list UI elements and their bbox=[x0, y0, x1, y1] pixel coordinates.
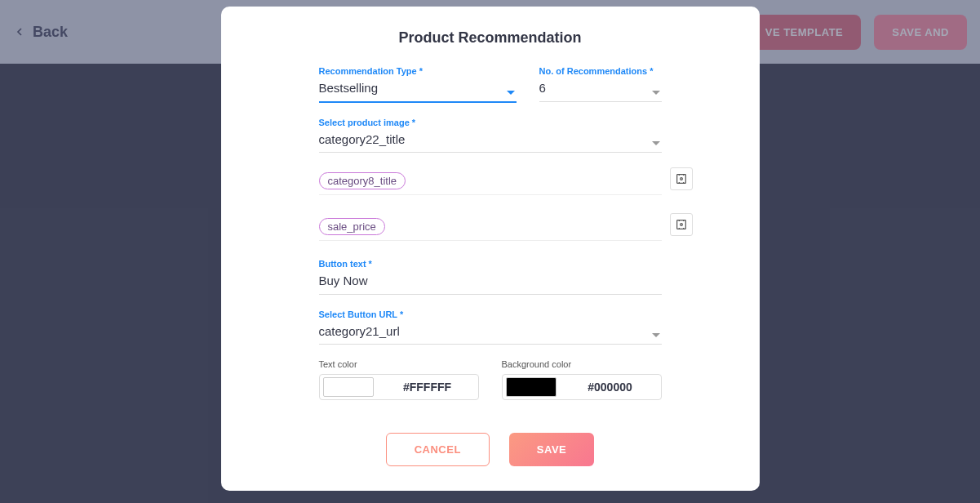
tag-sale-price: sale_price bbox=[319, 218, 385, 235]
product-image-field[interactable]: Select product image * category22_title bbox=[319, 118, 662, 154]
chevron-down-icon bbox=[652, 333, 660, 337]
button-url-field[interactable]: Select Button URL * category21_url bbox=[319, 309, 662, 345]
text-color-hex: #FFFFFF bbox=[377, 381, 478, 394]
text-color-label: Text color bbox=[319, 359, 479, 369]
svg-rect-2 bbox=[676, 220, 685, 229]
background-color-swatch[interactable] bbox=[506, 377, 557, 397]
text-color-field[interactable]: Text color #FFFFFF bbox=[319, 359, 479, 400]
recommendation-type-value: Bestselling bbox=[319, 81, 379, 95]
num-recommendations-value: 6 bbox=[539, 81, 546, 95]
button-url-value: category21_url bbox=[319, 324, 400, 338]
svg-rect-0 bbox=[676, 175, 685, 184]
modal-title: Product Recommendation bbox=[319, 29, 662, 47]
num-recommendations-field[interactable]: No. of Recommendations * 6 bbox=[539, 66, 662, 103]
num-recommendations-label: No. of Recommendations * bbox=[539, 66, 662, 76]
modal-actions: CANCEL SAVE bbox=[319, 433, 662, 466]
button-text-label: Button text * bbox=[319, 259, 662, 269]
text-color-swatch[interactable] bbox=[323, 377, 374, 397]
personalize-icon-button[interactable] bbox=[670, 167, 693, 190]
product-recommendation-modal: Product Recommendation Recommendation Ty… bbox=[221, 7, 760, 491]
tag-category8: category8_title bbox=[319, 172, 406, 189]
recommendation-type-field[interactable]: Recommendation Type * Bestselling bbox=[319, 66, 517, 103]
svg-point-1 bbox=[680, 178, 682, 180]
product-image-value: category22_title bbox=[319, 132, 406, 146]
button-text-input[interactable] bbox=[319, 272, 662, 291]
personalize-icon-button[interactable] bbox=[670, 213, 693, 236]
cancel-button[interactable]: CANCEL bbox=[386, 433, 490, 466]
background-color-hex: #000000 bbox=[560, 381, 661, 394]
svg-point-3 bbox=[680, 224, 682, 226]
button-text-field[interactable]: Button text * bbox=[319, 259, 662, 295]
product-image-label: Select product image * bbox=[319, 118, 662, 127]
button-url-label: Select Button URL * bbox=[319, 309, 662, 319]
background-color-label: Background color bbox=[502, 359, 662, 369]
tag-field-1[interactable]: category8_title bbox=[319, 167, 662, 195]
chevron-down-icon bbox=[652, 91, 660, 95]
tag-field-2[interactable]: sale_price bbox=[319, 213, 662, 241]
background-color-field[interactable]: Background color #000000 bbox=[502, 359, 662, 400]
save-button[interactable]: SAVE bbox=[509, 433, 594, 466]
recommendation-type-label: Recommendation Type * bbox=[319, 66, 517, 76]
chevron-down-icon bbox=[652, 141, 660, 145]
chevron-down-icon bbox=[507, 91, 515, 95]
modal-overlay: Product Recommendation Recommendation Ty… bbox=[0, 0, 980, 503]
